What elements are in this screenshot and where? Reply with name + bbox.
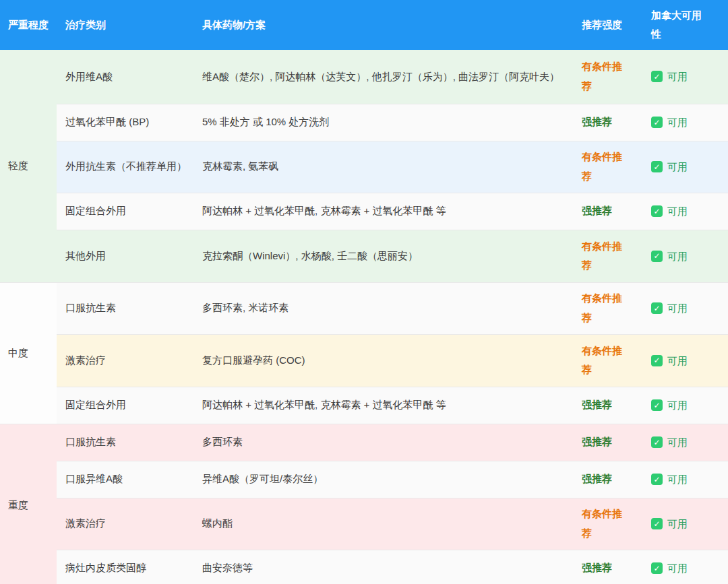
availability-label: 可用: [667, 249, 688, 263]
availability-label: 可用: [667, 204, 688, 218]
table-row: 中度 口服抗生素 多西环素, 米诺环素 有条件推荐 ✓可用: [0, 282, 728, 334]
availability-label: 可用: [667, 69, 688, 84]
table-row: 固定组合外用 阿达帕林 + 过氧化苯甲酰, 克林霉素 + 过氧化苯甲酰 等 强推…: [0, 193, 728, 230]
drugs-cell: 克拉索酮（Winlevi）, 水杨酸, 壬二酸（思丽安）: [193, 230, 571, 282]
category-cell: 外用维A酸: [57, 50, 193, 104]
availability-cell: ✓可用: [640, 141, 728, 193]
table-row: 轻度 外用维A酸 维A酸（楚尔）, 阿达帕林（达芙文）, 他扎罗汀（乐为）, 曲…: [0, 50, 728, 104]
check-icon: ✓: [651, 302, 663, 314]
strength-cell: 强推荐: [571, 424, 640, 461]
strength-cell: 有条件推荐: [571, 498, 640, 550]
table-row: 其他外用 克拉索酮（Winlevi）, 水杨酸, 壬二酸（思丽安） 有条件推荐 …: [0, 230, 728, 282]
treatment-table: 严重程度 治疗类别 具体药物/方案 推荐强度 加拿大可用性 轻度 外用维A酸 维…: [0, 0, 728, 584]
check-icon: ✓: [651, 518, 663, 529]
drugs-cell: 多西环素: [193, 424, 571, 461]
header-drugs: 具体药物/方案: [193, 0, 571, 50]
category-cell: 激素治疗: [57, 334, 193, 387]
category-cell: 病灶内皮质类固醇: [57, 550, 193, 584]
header-availability: 加拿大可用性: [640, 0, 728, 50]
availability-cell: ✓可用: [640, 424, 728, 461]
category-cell: 其他外用: [57, 230, 193, 282]
availability-label: 可用: [667, 354, 688, 368]
drugs-cell: 异维A酸（罗可坦/泰尔丝）: [193, 461, 571, 498]
check-icon: ✓: [651, 161, 663, 172]
availability-cell: ✓可用: [640, 498, 728, 550]
severity-cell-mild: 轻度: [0, 50, 57, 282]
table-row: 重度 口服抗生素 多西环素 强推荐 ✓可用: [0, 424, 728, 461]
strength-cell: 有条件推荐: [571, 230, 640, 282]
category-cell: 过氧化苯甲酰 (BP): [57, 104, 193, 141]
drugs-cell: 维A酸（楚尔）, 阿达帕林（达芙文）, 他扎罗汀（乐为）, 曲法罗汀（阿克叶夫）: [193, 50, 571, 104]
availability-label: 可用: [667, 160, 688, 174]
check-icon: ✓: [651, 251, 663, 262]
strength-cell: 强推荐: [571, 193, 640, 230]
check-icon: ✓: [651, 399, 663, 411]
availability-cell: ✓可用: [640, 104, 728, 141]
strength-cell: 有条件推荐: [571, 141, 640, 193]
category-cell: 口服抗生素: [57, 282, 193, 334]
table-row: 固定组合外用 阿达帕林 + 过氧化苯甲酰, 克林霉素 + 过氧化苯甲酰 等 强推…: [0, 387, 728, 424]
severity-cell-moderate: 中度: [0, 282, 57, 424]
table-row: 病灶内皮质类固醇 曲安奈德等 强推荐 ✓可用: [0, 550, 728, 584]
category-cell: 口服异维A酸: [57, 461, 193, 498]
availability-label: 可用: [667, 517, 688, 531]
strength-cell: 强推荐: [571, 104, 640, 141]
table-row: 激素治疗 复方口服避孕药 (COC) 有条件推荐 ✓可用: [0, 334, 728, 387]
drugs-cell: 阿达帕林 + 过氧化苯甲酰, 克林霉素 + 过氧化苯甲酰 等: [193, 193, 571, 230]
category-cell: 外用抗生素（不推荐单用）: [57, 141, 193, 193]
check-icon: ✓: [651, 117, 663, 128]
table-row: 激素治疗 螺内酯 有条件推荐 ✓可用: [0, 498, 728, 550]
strength-cell: 有条件推荐: [571, 334, 640, 387]
category-cell: 固定组合外用: [57, 387, 193, 424]
check-icon: ✓: [651, 205, 663, 217]
drugs-cell: 多西环素, 米诺环素: [193, 282, 571, 334]
strength-cell: 有条件推荐: [571, 282, 640, 334]
availability-label: 可用: [667, 472, 688, 486]
drugs-cell: 曲安奈德等: [193, 550, 571, 584]
category-cell: 固定组合外用: [57, 193, 193, 230]
availability-label: 可用: [667, 561, 688, 575]
header-strength: 推荐强度: [571, 0, 640, 50]
availability-cell: ✓可用: [640, 550, 728, 584]
availability-cell: ✓可用: [640, 282, 728, 334]
table-header: 严重程度 治疗类别 具体药物/方案 推荐强度 加拿大可用性: [0, 0, 728, 50]
availability-label: 可用: [667, 301, 688, 315]
strength-cell: 强推荐: [571, 550, 640, 584]
category-cell: 激素治疗: [57, 498, 193, 550]
availability-label: 可用: [667, 435, 688, 449]
availability-cell: ✓可用: [640, 230, 728, 282]
check-icon: ✓: [651, 71, 663, 82]
header-row: 严重程度 治疗类别 具体药物/方案 推荐强度 加拿大可用性: [0, 0, 728, 50]
check-icon: ✓: [651, 474, 663, 485]
check-icon: ✓: [651, 436, 663, 448]
check-icon: ✓: [651, 562, 663, 574]
category-cell: 口服抗生素: [57, 424, 193, 461]
strength-cell: 有条件推荐: [571, 50, 640, 104]
table-row: 口服异维A酸 异维A酸（罗可坦/泰尔丝） 强推荐 ✓可用: [0, 461, 728, 498]
availability-cell: ✓可用: [640, 50, 728, 104]
availability-label: 可用: [667, 115, 688, 129]
table-row: 过氧化苯甲酰 (BP) 5% 非处方 或 10% 处方洗剂 强推荐 ✓可用: [0, 104, 728, 141]
availability-cell: ✓可用: [640, 334, 728, 387]
availability-cell: ✓可用: [640, 461, 728, 498]
severity-cell-severe: 重度: [0, 424, 57, 584]
table-row: 外用抗生素（不推荐单用） 克林霉素, 氨苯砜 有条件推荐 ✓可用: [0, 141, 728, 193]
drugs-cell: 克林霉素, 氨苯砜: [193, 141, 571, 193]
check-icon: ✓: [651, 355, 663, 366]
drugs-cell: 阿达帕林 + 过氧化苯甲酰, 克林霉素 + 过氧化苯甲酰 等: [193, 387, 571, 424]
strength-cell: 强推荐: [571, 387, 640, 424]
header-severity: 严重程度: [0, 0, 57, 50]
availability-cell: ✓可用: [640, 193, 728, 230]
drugs-cell: 5% 非处方 或 10% 处方洗剂: [193, 104, 571, 141]
availability-label: 可用: [667, 398, 688, 412]
strength-cell: 强推荐: [571, 461, 640, 498]
drugs-cell: 螺内酯: [193, 498, 571, 550]
header-category: 治疗类别: [57, 0, 193, 50]
drugs-cell: 复方口服避孕药 (COC): [193, 334, 571, 387]
availability-cell: ✓可用: [640, 387, 728, 424]
